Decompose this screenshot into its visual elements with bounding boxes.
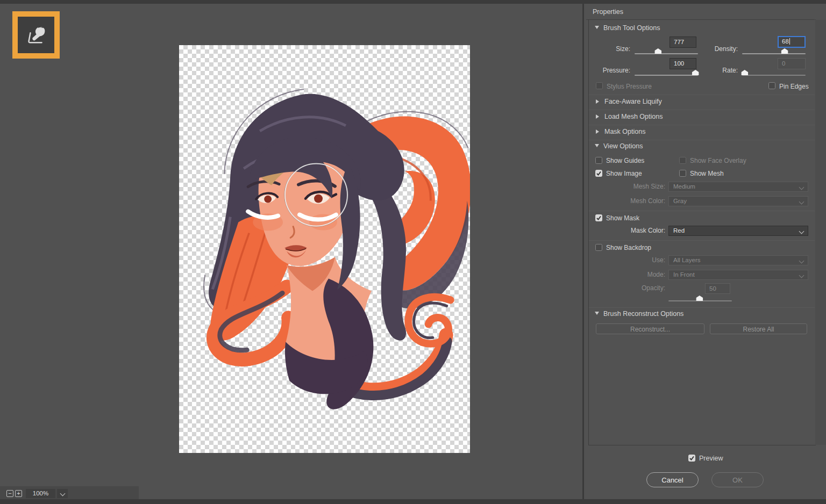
chevron-down-icon (60, 491, 65, 496)
pressure-label: Pressure: (586, 67, 630, 74)
show-face-overlay-checkbox (679, 157, 686, 164)
forward-warp-tool-callout[interactable] (12, 11, 60, 59)
reconstruct-button[interactable]: Reconstruct... (596, 323, 704, 334)
size-slider[interactable] (635, 53, 698, 54)
artboard-transparency-checkerboard[interactable] (179, 45, 470, 453)
forward-warp-tool-icon (24, 23, 48, 47)
show-mesh-label: Show Mesh (690, 170, 724, 177)
show-mask-checkbox[interactable] (595, 214, 602, 221)
section-header-load-mesh-options[interactable]: Load Mesh Options (604, 113, 663, 120)
text-caret (789, 38, 790, 45)
show-image-label: Show Image (606, 170, 642, 177)
panel-right-gutter (815, 20, 826, 445)
mesh-size-label: Mesh Size: (613, 183, 665, 190)
zoom-level-value[interactable]: 100% (26, 489, 55, 498)
pin-edges-label: Pin Edges (779, 83, 809, 90)
collapse-triangle-icon[interactable] (595, 144, 599, 147)
dropdown-chevron-icon (799, 199, 804, 205)
preview-label: Preview (699, 455, 723, 462)
collapse-triangle-icon[interactable] (595, 26, 599, 29)
mesh-size-dropdown: Medium (668, 182, 808, 192)
show-image-checkbox[interactable] (595, 170, 602, 177)
pressure-input[interactable]: 100 (670, 58, 696, 69)
zoom-out-button[interactable]: − (6, 490, 13, 497)
panel-title: Properties (593, 8, 623, 16)
mesh-color-label: Mesh Color: (613, 197, 665, 205)
opacity-input: 50 (705, 283, 730, 294)
window-bottom-edge (0, 499, 826, 504)
section-divider (589, 95, 815, 95)
density-label: Density: (694, 45, 738, 53)
show-guides-label: Show Guides (606, 157, 644, 164)
section-divider (589, 110, 815, 110)
stylus-pressure-checkbox (596, 82, 603, 89)
section-header-mask-options[interactable]: Mask Options (604, 128, 645, 135)
rate-input: 0 (778, 58, 806, 69)
dropdown-chevron-icon (799, 229, 804, 234)
dropdown-chevron-icon (799, 185, 804, 190)
pin-edges-checkbox[interactable] (768, 82, 775, 89)
cancel-button[interactable]: Cancel (646, 472, 699, 487)
use-dropdown: All Layers (668, 255, 808, 265)
opacity-slider (668, 300, 732, 301)
dropdown-chevron-icon (799, 273, 804, 278)
section-header-view-options[interactable]: View Options (603, 142, 643, 150)
mesh-color-dropdown: Gray (668, 196, 808, 206)
section-divider (589, 140, 815, 140)
expand-triangle-icon[interactable] (596, 129, 599, 134)
section-header-face-aware-liquify[interactable]: Face-Aware Liquify (604, 98, 662, 105)
opacity-label: Opacity: (613, 284, 665, 292)
stylus-pressure-label: Stylus Pressure (607, 83, 652, 90)
mode-dropdown: In Front (668, 270, 808, 280)
show-mask-label: Show Mask (606, 214, 639, 222)
mask-color-label: Mask Color: (613, 227, 665, 234)
density-input[interactable]: 68 (778, 36, 806, 48)
section-divider (589, 211, 815, 211)
pressure-slider[interactable] (635, 75, 698, 76)
section-divider (589, 307, 815, 308)
show-backdrop-checkbox[interactable] (595, 244, 602, 251)
size-input[interactable]: 777 (670, 37, 696, 48)
zoom-dropdown-button[interactable] (57, 489, 68, 498)
dropdown-chevron-icon (799, 258, 804, 264)
window-top-edge (0, 0, 826, 4)
mask-color-dropdown[interactable]: Red (668, 226, 808, 236)
collapse-triangle-icon[interactable] (595, 312, 599, 315)
show-mesh-checkbox[interactable] (679, 170, 686, 177)
zoom-in-button[interactable]: + (15, 490, 22, 497)
expand-triangle-icon[interactable] (596, 99, 599, 104)
preview-checkbox[interactable] (688, 455, 695, 462)
section-divider (589, 240, 815, 241)
section-divider (589, 125, 815, 125)
ok-button[interactable]: OK (711, 472, 764, 487)
restore-all-button[interactable]: Restore All (710, 323, 807, 334)
mode-label: Mode: (613, 271, 665, 278)
size-label: Size: (586, 45, 630, 53)
show-backdrop-label: Show Backdrop (606, 244, 651, 251)
rate-label: Rate: (694, 67, 738, 74)
show-face-overlay-label: Show Face Overlay (690, 157, 746, 164)
rate-slider (742, 75, 806, 76)
section-header-brush-tool-options[interactable]: Brush Tool Options (603, 24, 660, 32)
section-header-brush-reconstruct-options[interactable]: Brush Reconstruct Options (603, 310, 683, 318)
liquify-dialog: Properties Brush Tool Options Size: 777 … (0, 0, 826, 504)
liquify-canvas-artwork[interactable] (179, 45, 470, 453)
density-slider[interactable] (742, 53, 806, 54)
panel-divider (582, 4, 584, 499)
expand-triangle-icon[interactable] (596, 114, 599, 119)
show-guides-checkbox[interactable] (595, 157, 602, 164)
use-label: Use: (613, 256, 665, 264)
